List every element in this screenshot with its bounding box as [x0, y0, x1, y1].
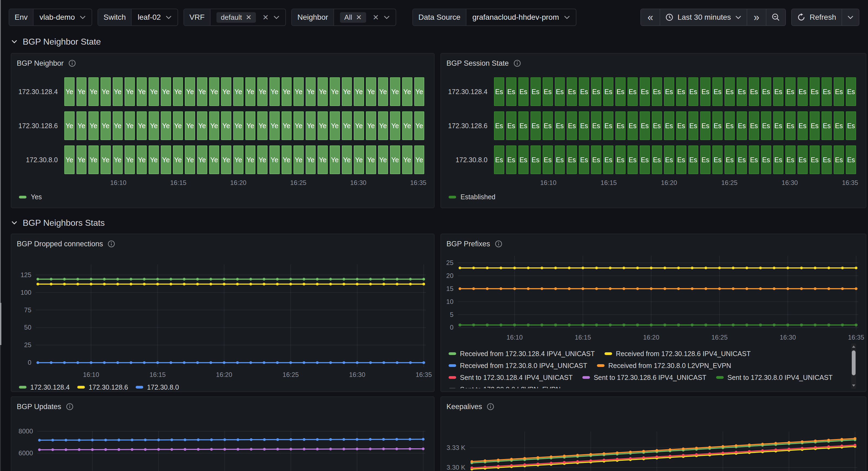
- timeline-cell[interactable]: Ye: [366, 77, 376, 106]
- timeline-cell[interactable]: Ye: [257, 145, 268, 174]
- legend-item[interactable]: 172.30.128.6: [77, 383, 128, 391]
- timeline-cell[interactable]: Ye: [113, 111, 123, 140]
- timeline-cell[interactable]: Es: [555, 145, 565, 174]
- remove-icon[interactable]: ✕: [246, 13, 252, 22]
- timeline-cell[interactable]: Ye: [390, 145, 400, 174]
- timeline-cell[interactable]: Ye: [64, 77, 74, 106]
- timeline-cell[interactable]: Es: [712, 77, 723, 106]
- timeline-cell[interactable]: Es: [724, 111, 735, 140]
- legend-item[interactable]: Received from 172.30.128.4 IPV4_UNICAST: [448, 350, 595, 357]
- timeline-cell[interactable]: Ye: [257, 77, 268, 106]
- timeline-cell[interactable]: Ye: [245, 77, 256, 106]
- timeline-cell[interactable]: Ye: [197, 111, 207, 140]
- timeline-cell[interactable]: Ye: [100, 145, 111, 174]
- legend-label[interactable]: Yes: [31, 193, 42, 201]
- timeline-cell[interactable]: Es: [822, 145, 832, 174]
- timeline-cell[interactable]: Es: [846, 145, 856, 174]
- timeline-cell[interactable]: Es: [737, 77, 747, 106]
- remove-icon[interactable]: ✕: [356, 13, 362, 22]
- info-icon[interactable]: [514, 60, 521, 67]
- timeline-cell[interactable]: Ye: [306, 145, 316, 174]
- timeline-cell[interactable]: Es: [591, 145, 601, 174]
- timeline-cell[interactable]: Es: [603, 111, 614, 140]
- timeline-cell[interactable]: Ye: [342, 111, 352, 140]
- timeline-cell[interactable]: Es: [579, 111, 589, 140]
- timeline-cell[interactable]: Es: [542, 111, 553, 140]
- legend-item[interactable]: Received from 172.30.8.0 IPV4_UNICAST: [448, 362, 587, 369]
- timeline-cell[interactable]: Ye: [366, 145, 376, 174]
- timeline-cell[interactable]: Es: [652, 145, 662, 174]
- timeline-cell[interactable]: Ye: [282, 111, 292, 140]
- timeline-cell[interactable]: Ye: [342, 77, 352, 106]
- timeline-cell[interactable]: Es: [567, 111, 577, 140]
- timeline-cell[interactable]: Ye: [197, 77, 207, 106]
- timeline-cell[interactable]: Ye: [414, 145, 425, 174]
- timeline-cell[interactable]: Es: [627, 145, 638, 174]
- legend-item[interactable]: Sent to 172.30.8.0 L2VPN_EVPN: [448, 386, 560, 388]
- timeline-cell[interactable]: Ye: [293, 145, 304, 174]
- timeline-cell[interactable]: Ye: [221, 77, 231, 106]
- timeline-cell[interactable]: Es: [700, 77, 710, 106]
- timeline-cell[interactable]: Ye: [76, 77, 87, 106]
- timeline-cell[interactable]: Es: [737, 111, 747, 140]
- timeline-cell[interactable]: Es: [761, 111, 771, 140]
- timeline-cell[interactable]: Ye: [317, 145, 328, 174]
- timeline-cell[interactable]: Ye: [306, 111, 316, 140]
- timeline-cell[interactable]: Es: [640, 111, 650, 140]
- timeline-cell[interactable]: Ye: [378, 77, 388, 106]
- timeline-cell[interactable]: Es: [664, 77, 674, 106]
- scrollbar-thumb[interactable]: [852, 350, 856, 375]
- timeseries-chart[interactable]: 3.30 K3.33 K: [446, 413, 862, 471]
- timeline-cell[interactable]: Ye: [100, 77, 111, 106]
- timeline-cell[interactable]: Es: [712, 145, 723, 174]
- timeline-cell[interactable]: Es: [700, 145, 710, 174]
- timeline-cell[interactable]: Ye: [125, 145, 135, 174]
- data-source-select[interactable]: grafanacloud-hhdev-prom: [466, 9, 576, 25]
- timeline-cell[interactable]: Ye: [197, 145, 207, 174]
- timeline-cell[interactable]: Es: [749, 77, 759, 106]
- timeline-cell[interactable]: Ye: [149, 145, 159, 174]
- timeline-cell[interactable]: Es: [810, 111, 820, 140]
- timeseries-chart[interactable]: 025507510012516:1016:1516:2016:2516:3016…: [17, 257, 430, 381]
- legend-scrollbar[interactable]: [851, 343, 856, 389]
- timeline-cell[interactable]: Es: [640, 145, 650, 174]
- timeline-cell[interactable]: Ye: [137, 111, 147, 140]
- timeline-cell[interactable]: Ye: [149, 111, 159, 140]
- legend-item[interactable]: 172.30.8.0: [136, 383, 179, 391]
- timeline-cell[interactable]: Es: [773, 77, 783, 106]
- timeline-cell[interactable]: Ye: [173, 145, 183, 174]
- timeline-cell[interactable]: Ye: [88, 145, 99, 174]
- timeline-cell[interactable]: Ye: [113, 145, 123, 174]
- timeline-cell[interactable]: Es: [494, 77, 504, 106]
- scroll-down-icon[interactable]: [852, 384, 855, 387]
- timeline-cell[interactable]: Es: [724, 145, 735, 174]
- timeline-cell[interactable]: Es: [603, 145, 614, 174]
- timeline-cell[interactable]: Es: [834, 77, 844, 106]
- timeline-cell[interactable]: Es: [567, 145, 577, 174]
- timeline-cell[interactable]: Es: [579, 77, 589, 106]
- timeline-cell[interactable]: Ye: [378, 111, 388, 140]
- timeline-cell[interactable]: Es: [530, 145, 541, 174]
- panel-header[interactable]: BGP Updates: [17, 400, 429, 413]
- timeline-cell[interactable]: Ye: [125, 77, 135, 106]
- timeline-cell[interactable]: Es: [494, 111, 504, 140]
- timeline-cell[interactable]: Ye: [378, 145, 388, 174]
- timeline-cell[interactable]: Es: [615, 77, 626, 106]
- timeline-cell[interactable]: Es: [518, 77, 529, 106]
- timeline-cell[interactable]: Ye: [317, 77, 328, 106]
- timeline-cell[interactable]: Es: [834, 111, 844, 140]
- timeline-cell[interactable]: Es: [591, 77, 601, 106]
- timeline-cell[interactable]: Ye: [113, 77, 123, 106]
- timeline-cell[interactable]: Ye: [125, 111, 135, 140]
- timeline-cell[interactable]: Ye: [221, 145, 231, 174]
- timeline-cell[interactable]: Ye: [161, 145, 171, 174]
- timeline-cell[interactable]: Ye: [185, 145, 195, 174]
- timeline-cell[interactable]: Ye: [402, 145, 412, 174]
- timeline-cell[interactable]: Ye: [76, 111, 87, 140]
- timeline-cell[interactable]: Es: [810, 77, 820, 106]
- timeline-cell[interactable]: Es: [688, 77, 699, 106]
- timeline-cell[interactable]: Ye: [317, 111, 328, 140]
- timeline-cell[interactable]: Es: [640, 77, 650, 106]
- time-back-button[interactable]: «: [641, 9, 660, 25]
- timeline-cell[interactable]: Es: [494, 145, 504, 174]
